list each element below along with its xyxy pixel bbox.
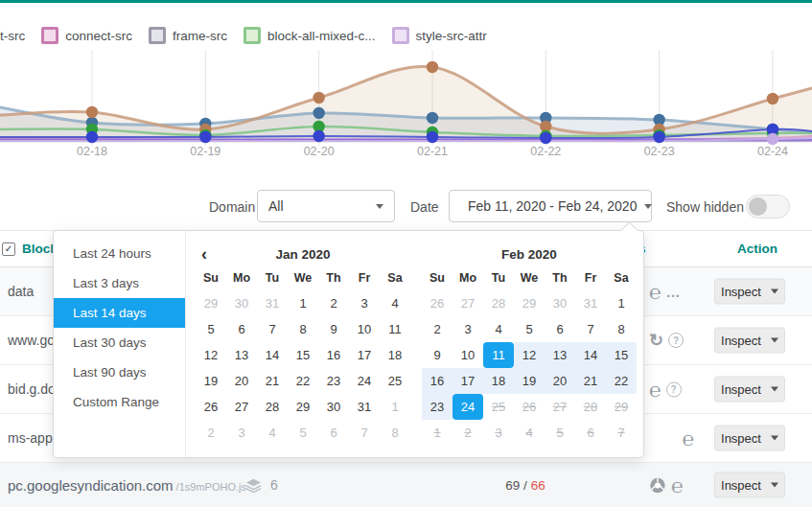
range-preset-custom-range[interactable]: Custom Range	[54, 387, 185, 417]
calendar-day[interactable]: 28	[483, 290, 514, 316]
calendar-day[interactable]: 30	[545, 290, 575, 316]
calendar-day[interactable]: 12	[196, 342, 226, 368]
calendar-day[interactable]: 15	[288, 342, 318, 368]
calendar-day[interactable]: 26	[196, 394, 226, 420]
range-preset-last-30-days[interactable]: Last 30 days	[54, 328, 185, 357]
calendar-day[interactable]: 6	[575, 420, 606, 446]
calendar-day[interactable]: 8	[288, 316, 318, 342]
calendar-day[interactable]: 8	[380, 420, 410, 446]
calendar-day[interactable]: 2	[422, 316, 452, 342]
calendar-day[interactable]: 27	[226, 394, 257, 420]
calendar-day[interactable]: 28	[575, 394, 606, 420]
calendar-day[interactable]: 11	[380, 316, 410, 342]
calendar-day[interactable]: 10	[349, 316, 380, 342]
calendar-day[interactable]: 8	[606, 316, 637, 342]
calendar-day[interactable]: 4	[380, 290, 410, 316]
calendar-day[interactable]: 29	[514, 290, 545, 316]
calendar-day[interactable]: 17	[349, 342, 380, 368]
calendar-day[interactable]: 1	[380, 394, 410, 420]
calendar-day[interactable]: 3	[226, 420, 257, 446]
calendar-day[interactable]: 28	[257, 394, 288, 420]
checkbox-icon[interactable]: ✓	[2, 242, 15, 256]
calendar-day[interactable]: 7	[606, 420, 637, 446]
inspect-button[interactable]: Inspect	[714, 377, 785, 403]
calendar-day[interactable]: 29	[196, 290, 226, 316]
prev-month-icon[interactable]: ‹	[201, 243, 207, 265]
range-preset-last-14-days[interactable]: Last 14 days	[54, 298, 185, 328]
calendar-day[interactable]: 31	[257, 290, 288, 316]
calendar-day[interactable]: 22	[606, 368, 637, 394]
calendar-day[interactable]: 16	[422, 368, 452, 394]
calendar-day[interactable]: 21	[575, 368, 606, 394]
legend-item-connect-src[interactable]: connect-src	[41, 27, 132, 44]
calendar-day[interactable]: 1	[422, 420, 452, 446]
calendar-day[interactable]: 13	[545, 342, 575, 368]
calendar-day[interactable]: 4	[257, 420, 288, 446]
legend-item-t-src[interactable]: t-src	[0, 29, 25, 43]
calendar-day[interactable]: 17	[452, 368, 483, 394]
calendar-day[interactable]: 11	[483, 342, 514, 368]
calendar-day[interactable]: 27	[452, 290, 483, 316]
calendar-day[interactable]: 5	[196, 316, 226, 342]
calendar-day[interactable]: 9	[422, 342, 452, 368]
calendar-day[interactable]: 5	[288, 420, 318, 446]
legend-item-frame-src[interactable]: frame-src	[149, 27, 227, 44]
calendar-day[interactable]: 9	[318, 316, 349, 342]
date-range-input[interactable]: Feb 11, 2020 - Feb 24, 2020	[449, 190, 652, 222]
calendar-day[interactable]: 15	[606, 342, 637, 368]
calendar-day[interactable]: 5	[545, 420, 575, 446]
inspect-button[interactable]: Inspect	[714, 328, 785, 354]
range-preset-last-3-days[interactable]: Last 3 days	[54, 268, 185, 298]
calendar-day[interactable]: 2	[196, 420, 226, 446]
calendar-day[interactable]: 19	[514, 368, 545, 394]
calendar-day[interactable]: 18	[483, 368, 514, 394]
calendar-day[interactable]: 1	[606, 290, 637, 316]
calendar-day[interactable]: 3	[483, 420, 514, 446]
range-preset-last-90-days[interactable]: Last 90 days	[54, 357, 185, 387]
calendar-day[interactable]: 6	[318, 420, 349, 446]
calendar-day[interactable]: 31	[349, 394, 380, 420]
calendar-day[interactable]: 2	[452, 420, 483, 446]
calendar-day[interactable]: 14	[257, 342, 288, 368]
calendar-day[interactable]: 10	[452, 342, 483, 368]
legend-item-style-src-attr[interactable]: style-src-attr	[392, 27, 487, 44]
calendar-day[interactable]: 7	[575, 316, 606, 342]
calendar-day[interactable]: 6	[545, 316, 575, 342]
calendar-day[interactable]: 6	[226, 316, 257, 342]
calendar-day[interactable]: 5	[514, 316, 545, 342]
calendar-day[interactable]: 2	[318, 290, 349, 316]
calendar-day[interactable]: 23	[422, 394, 452, 420]
calendar-day[interactable]: 14	[575, 342, 606, 368]
calendar-day[interactable]: 26	[514, 394, 545, 420]
inspect-button[interactable]: Inspect	[714, 279, 785, 305]
calendar-day[interactable]: 7	[257, 316, 288, 342]
calendar-day[interactable]: 24	[452, 394, 483, 420]
calendar-day[interactable]: 25	[483, 394, 514, 420]
calendar-day[interactable]: 29	[288, 394, 318, 420]
calendar-day[interactable]: 7	[349, 420, 380, 446]
calendar-day[interactable]: 16	[318, 342, 349, 368]
calendar-day[interactable]: 31	[575, 290, 606, 316]
calendar-day[interactable]: 30	[226, 290, 257, 316]
calendar-day[interactable]: 4	[483, 316, 514, 342]
calendar-day[interactable]: 4	[514, 420, 545, 446]
calendar-day[interactable]: 19	[196, 368, 226, 394]
inspect-button[interactable]: Inspect	[714, 472, 785, 498]
calendar-day[interactable]: 18	[380, 342, 410, 368]
table-row[interactable]: pc.googlesyndication.com/1s9mPOHO.js669 …	[0, 463, 812, 507]
calendar-day[interactable]: 3	[452, 316, 483, 342]
calendar-day[interactable]: 20	[226, 368, 257, 394]
calendar-day[interactable]: 1	[288, 290, 318, 316]
calendar-day[interactable]: 22	[288, 368, 318, 394]
inspect-button[interactable]: Inspect	[714, 426, 785, 451]
legend-item-block-all-mixed-c-[interactable]: block-all-mixed-c...	[244, 27, 376, 44]
calendar-day[interactable]: 26	[422, 290, 452, 316]
range-preset-last-24-hours[interactable]: Last 24 hours	[54, 239, 185, 268]
calendar-day[interactable]: 21	[257, 368, 288, 394]
domain-select[interactable]: All	[257, 190, 395, 222]
show-hidden-toggle[interactable]	[746, 195, 790, 219]
calendar-day[interactable]: 25	[380, 368, 410, 394]
calendar-day[interactable]: 24	[349, 368, 380, 394]
calendar-day[interactable]: 13	[226, 342, 257, 368]
calendar-day[interactable]: 20	[545, 368, 575, 394]
